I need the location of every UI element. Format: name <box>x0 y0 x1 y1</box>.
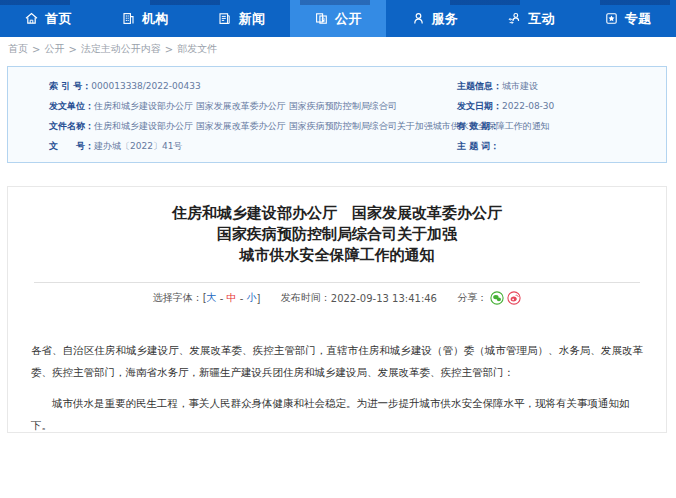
document-info-box: 索 引 号：000013338/2022-00433 主题信息：城市建设 发文单… <box>7 66 667 163</box>
breadcrumb-disclosure[interactable]: 公开 <box>44 42 64 56</box>
nav-item-label: 首页 <box>45 10 72 28</box>
font-size-label: 选择字体：[ <box>153 292 207 303</box>
publish-time-label: 发布时间： <box>281 292 331 303</box>
article-card: 住房和城乡建设部办公厅 国家发展改革委办公厅 国家疾病预防控制局综合司关于加强 … <box>7 186 667 433</box>
service-icon <box>411 11 426 26</box>
nav-item-label: 公开 <box>335 10 362 28</box>
field-value: 建办城〔2022〕41号 <box>94 141 182 151</box>
disclosure-icon <box>314 11 329 26</box>
field-issuing-agency: 发文单位：住房和城乡建设部办公厅 国家发展改革委办公厅 国家疾病预防控制局综合司 <box>49 96 457 116</box>
article-title-line: 城市供水安全保障工作的通知 <box>8 245 666 266</box>
font-size-dash: - <box>237 293 247 304</box>
font-size-small-button[interactable]: 小 <box>246 292 256 303</box>
field-label: 发文日期： <box>457 101 502 111</box>
breadcrumb-separator: > <box>32 44 40 55</box>
interaction-icon <box>507 11 522 26</box>
font-size-label-end: ] <box>256 293 260 304</box>
article-title-line: 住房和城乡建设部办公厅 国家发展改革委办公厅 <box>8 203 666 224</box>
field-validity-period: 有 效 期： <box>457 116 666 136</box>
nav-item-label: 新闻 <box>238 10 265 28</box>
news-icon <box>217 11 232 26</box>
publish-time-value: 2022-09-13 13:41:46 <box>331 293 437 304</box>
field-document-number: 文 号：建办城〔2022〕41号 <box>49 136 457 156</box>
font-size-dash: - <box>217 293 227 304</box>
breadcrumb-statutory-content[interactable]: 法定主动公开内容 <box>81 42 161 56</box>
field-value: 住房和城乡建设部办公厅 国家发展改革委办公厅 国家疾病预防控制局综合司 <box>94 101 397 111</box>
breadcrumb: 首页 > 公开 > 法定主动公开内容 > 部发文件 <box>8 42 217 56</box>
organization-icon <box>121 11 136 26</box>
field-label: 主 题 词： <box>457 141 499 151</box>
field-value: 2022-08-30 <box>502 101 554 111</box>
article-title: 住房和城乡建设部办公厅 国家发展改革委办公厅 国家疾病预防控制局综合司关于加强 … <box>8 203 666 266</box>
wechat-share-icon[interactable] <box>490 291 504 305</box>
nav-item-label: 服务 <box>432 10 459 28</box>
weibo-share-icon[interactable] <box>507 291 521 305</box>
breadcrumb-ministry-documents[interactable]: 部发文件 <box>177 42 217 56</box>
article-title-line: 国家疾病预防控制局综合司关于加强 <box>8 224 666 245</box>
nav-item-disclosure[interactable]: 公开 <box>290 0 387 37</box>
article-meta-row: 选择字体：[大 - 中 - 小] 发布时间：2022-09-13 13:41:4… <box>8 291 666 305</box>
field-issue-date: 发文日期：2022-08-30 <box>457 96 666 116</box>
nav-item-interaction[interactable]: 互动 <box>483 0 580 37</box>
field-label: 主题信息： <box>457 81 502 91</box>
article-paragraph: 各省、自治区住房和城乡建设厅、发展改革委、疾控主管部门，直辖市住房和城乡建设（管… <box>31 340 643 383</box>
nav-item-label: 专题 <box>625 10 652 28</box>
nav-item-service[interactable]: 服务 <box>386 0 483 37</box>
field-keywords: 主 题 词： <box>457 136 666 156</box>
nav-item-news[interactable]: 新闻 <box>193 0 290 37</box>
field-label: 索 引 号： <box>49 81 91 91</box>
nav-item-organization[interactable]: 机构 <box>97 0 194 37</box>
article-paragraph: 城市供水是重要的民生工程，事关人民群众身体健康和社会稳定。为进一步提升城市供水安… <box>31 393 643 433</box>
breadcrumb-home[interactable]: 首页 <box>8 42 28 56</box>
nav-item-label: 互动 <box>528 10 555 28</box>
topic-icon <box>604 11 619 26</box>
field-document-title: 文件名称：住房和城乡建设部办公厅 国家发展改革委办公厅 国家疾病预防控制局综合司… <box>49 116 457 136</box>
breadcrumb-separator: > <box>68 44 76 55</box>
font-size-large-button[interactable]: 大 <box>207 292 217 303</box>
field-value: 000013338/2022-00433 <box>91 81 200 91</box>
field-label: 文 号： <box>49 141 94 151</box>
field-label: 文件名称： <box>49 121 94 131</box>
field-subject-info: 主题信息：城市建设 <box>457 76 666 96</box>
font-size-medium-button[interactable]: 中 <box>227 292 237 303</box>
field-index-number: 索 引 号：000013338/2022-00433 <box>49 76 457 96</box>
top-nav: 首页 机构 新闻 公开 服务 互动 专题 <box>0 0 676 37</box>
share-label: 分享： <box>457 292 487 303</box>
nav-item-topic[interactable]: 专题 <box>579 0 676 37</box>
home-icon <box>24 11 39 26</box>
nav-item-home[interactable]: 首页 <box>0 0 97 37</box>
breadcrumb-separator: > <box>165 44 173 55</box>
field-label: 发文单位： <box>49 101 94 111</box>
nav-item-label: 机构 <box>142 10 169 28</box>
field-value: 城市建设 <box>502 81 538 91</box>
title-divider <box>34 282 640 283</box>
field-label: 有 效 期： <box>457 121 499 131</box>
article-body: 各省、自治区住房和城乡建设厅、发展改革委、疾控主管部门，直辖市住房和城乡建设（管… <box>8 340 666 433</box>
